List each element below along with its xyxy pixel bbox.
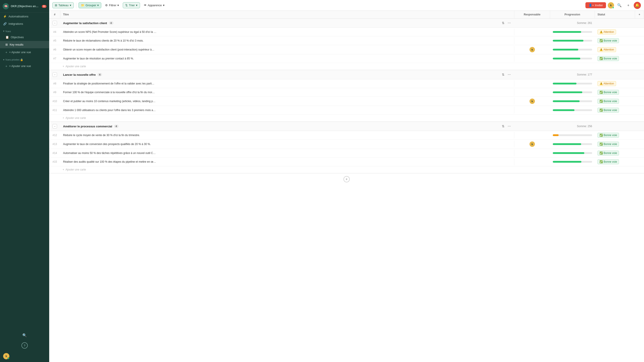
table-row: #12 Réduire le cycle moyen de vente de 3… [49,131,644,140]
trier-btn[interactable]: ⇅ Trier ▾ [123,2,140,8]
row-title[interactable]: Réduire le cycle moyen de vente de 30 % … [60,132,514,139]
progress-bar-bg [553,40,592,41]
add-private-view-label: + Ajouter une vue [9,64,31,68]
more-group-icon[interactable]: ⋯ [507,21,512,25]
add-card-label: Ajouter une carte [66,116,86,120]
chevron-icon: ▾ [3,58,4,61]
sort-group-icon[interactable]: ⇅ [501,72,505,77]
list-icon: 📋 [5,35,9,39]
group-count: 4 [114,125,118,128]
tableau-btn[interactable]: ⊞ Tableau ▾ [52,2,74,8]
plus-icon: + [62,65,64,68]
table-row: #4 Atteindre un score NPS (Net Promoter … [49,28,644,36]
group-sum-2: Somme: 256 [550,122,595,130]
search-icon-btn[interactable]: 🔍 [21,332,28,339]
row-progress [550,132,595,138]
eye-icon: 👁 [144,3,147,7]
add-group-button[interactable]: + [49,173,644,185]
plus-circle-icon[interactable]: + [344,176,350,182]
group-collapse-btn-1[interactable]: − [52,72,57,77]
row-title[interactable]: Réaliser des audits qualité sur 100 % de… [60,158,514,165]
row-status: ✅ Bonne voie [595,149,635,157]
add-card-label: Ajouter une carte [66,65,86,68]
content-area: # Titre Responsable Progression Statut +… [49,11,644,362]
col-add[interactable]: + [635,11,644,18]
sidebar-item-objectives[interactable]: 📋 Objectives [0,33,49,41]
row-title[interactable]: Réduire le taux de réclamations clients … [60,37,514,44]
add-button[interactable]: + [625,2,632,9]
help-icon-btn[interactable]: ? [22,342,28,349]
row-responsible [514,160,550,164]
more-group-icon[interactable]: ⋯ [507,72,512,77]
group-collapse-cell: − [49,19,60,27]
row-title[interactable]: Atteindre 1 000 utilisateurs ou clients … [60,107,514,113]
sidebar-header: 🧠 OKR (Objectives and K… 31 [0,0,49,13]
row-number: #15 [49,158,60,165]
grouper-btn[interactable]: 📁 Grouper ▾ [78,2,102,8]
row-title[interactable]: Obtenir un score moyen de satisfaction c… [60,46,514,53]
status-badge: ✅ Bonne voie [598,151,619,156]
filtrer-btn[interactable]: ⚙ Filtrer ▾ [103,2,122,8]
row-title[interactable]: Atteindre un score NPS (Net Promoter Sco… [60,28,514,35]
more-group-icon[interactable]: ⋯ [507,124,512,128]
group-count: 4 [98,73,102,76]
sidebar-item-automatisations[interactable]: ⚡ Automatisations [0,13,49,20]
sort-group-icon[interactable]: ⇅ [501,21,505,25]
views-section-label[interactable]: ▾ Vues [0,27,49,33]
invite-button[interactable]: 👤+ Inviter [586,2,606,8]
sidebar-item-label: Key results [10,43,24,46]
row-number: #12 [49,132,60,139]
chevron-icon: ▾ [3,30,4,33]
sidebar-item-key-results[interactable]: ⊞ Key results [0,41,49,48]
group-collapse-cell: − [49,71,60,79]
sort-group-icon[interactable]: ⇅ [501,124,505,128]
progress-bar-bg [553,100,592,102]
row-avatar: k [530,98,535,104]
group-title-1: Lancer la nouvelle offre 4 ⇅ ⋯ [60,70,514,79]
row-title[interactable]: Automatiser au moins 50 % des tâches rép… [60,150,514,156]
progress-bar-fill [553,40,584,41]
progress-bar-bg [553,91,592,93]
row-title[interactable]: Augmenter le taux de conversion des pros… [60,141,514,147]
progress-bar-fill [553,143,581,145]
add-view-btn[interactable]: + + Ajouter une vue [0,48,49,56]
add-card-row-0[interactable]: + Ajouter une carte [49,63,644,70]
row-progress [550,29,595,35]
add-card-row-2[interactable]: + Ajouter une carte [49,166,644,173]
group-section-1: − Lancer la nouvelle offre 4 ⇅ ⋯ Somme: … [49,70,644,122]
plus-icon: + [62,116,64,120]
row-title[interactable]: Créer et publier au moins 10 contenus ma… [60,98,514,105]
progress-bar-fill [553,91,582,93]
row-title[interactable]: Former 100 % de l'équipe commerciale à l… [60,89,514,96]
col-title: Titre [60,11,514,18]
row-responsible [514,39,550,42]
row-title[interactable]: Augmenter le taux de résolution au premi… [60,55,514,62]
private-views-label[interactable]: ▾ Vues privées 🔒 [0,56,49,62]
row-responsible [514,82,550,85]
row-status: ⚠️ Attention [595,28,635,36]
link-icon: 🔗 [3,22,7,25]
group-collapse-btn-2[interactable]: − [52,124,57,128]
group-collapse-btn-0[interactable]: − [52,21,57,25]
chevron-down-icon: ▾ [163,3,164,7]
topbar-right: 👤+ Inviter k 🔍 + 🔔 [586,2,641,9]
row-title[interactable]: Finaliser la stratégie de positionnement… [60,80,514,87]
sidebar-item-integrations[interactable]: 🔗 Intégrations [0,20,49,27]
row-responsible [514,30,550,34]
search-button[interactable]: 🔍 [616,2,623,9]
chevron-down-icon: ▾ [136,3,138,7]
row-number: #11 [49,107,60,113]
progress-bar-bg [553,134,592,136]
group-header-1: − Lancer la nouvelle offre 4 ⇅ ⋯ Somme: … [49,70,644,79]
apparence-btn[interactable]: 👁 Apparence ▾ [141,2,167,8]
row-number: #7 [49,55,60,62]
add-card-row-1[interactable]: + Ajouter une carte [49,115,644,122]
notification-button[interactable]: 🔔 [634,2,641,9]
filter-icon: ⚙ [105,3,108,7]
add-private-view-btn[interactable]: + + Ajouter une vue [0,62,49,70]
progress-bar-fill [553,49,578,50]
progress-bar-bg [553,31,592,33]
table-row: #9 Former 100 % de l'équipe commerciale … [49,88,644,97]
row-number: #8 [49,80,60,87]
row-status: ⚠️ Attention [595,45,635,54]
